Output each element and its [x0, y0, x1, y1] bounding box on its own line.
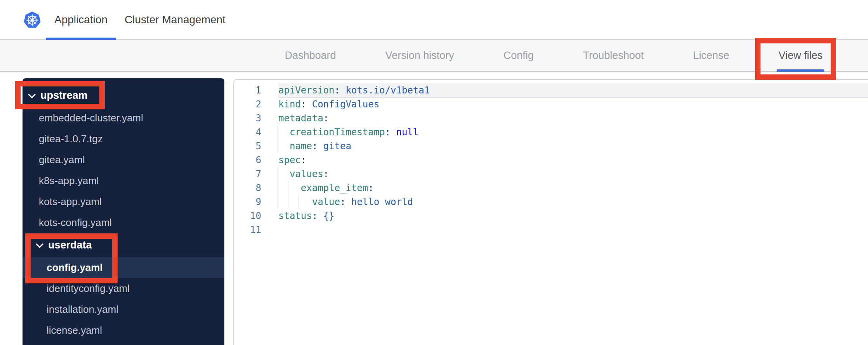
code-token: kind [278, 99, 301, 110]
code-token: : [323, 169, 329, 179]
secondary-nav: DashboardVersion historyConfigTroublesho… [0, 40, 868, 72]
indent-guide [288, 195, 288, 209]
indent-guide [278, 125, 278, 139]
line-number-6: 6 [234, 153, 261, 167]
code-line-10: status: {} [278, 209, 868, 223]
tree-item-label: license.yaml [47, 324, 102, 336]
tree-item-label: userdata [48, 239, 92, 251]
line-number-11: 11 [234, 223, 261, 237]
code-token: values [290, 169, 323, 179]
code-token [278, 141, 290, 152]
code-token: : [301, 155, 306, 166]
indent-guide [288, 181, 288, 195]
code-token: : [385, 127, 396, 138]
tree-file-k8s-app.yaml[interactable]: k8s-app.yaml [23, 170, 224, 191]
nav-tab-dashboard[interactable]: Dashboard [283, 40, 338, 71]
code-line-9: value: hello world [278, 195, 868, 209]
nav-tab-config[interactable]: Config [502, 40, 535, 71]
tree-item-label: installation.yaml [47, 304, 118, 316]
code-token: : [312, 141, 323, 152]
code-token: {} [323, 210, 335, 221]
code-line-3: metadata: [278, 111, 868, 125]
tree-item-label: upstream [40, 90, 88, 102]
code-token: apiVersion [278, 85, 335, 96]
code-token [278, 127, 290, 138]
line-number-1: 1 [234, 83, 261, 97]
code-line-1: apiVersion: kots.io/v1beta1 [278, 83, 868, 97]
tree-file-gitea-1.0.7.tgz[interactable]: gitea-1.0.7.tgz [23, 128, 224, 149]
tree-file-config.yaml[interactable]: config.yaml [23, 257, 224, 278]
code-token [278, 197, 312, 207]
code-token: kots.io/v1beta1 [345, 85, 430, 96]
code-token: example_item [301, 183, 368, 193]
tree-item-label: embedded-cluster.yaml [39, 112, 143, 124]
tree-file-kots-app.yaml[interactable]: kots-app.yaml [23, 191, 224, 212]
tree-item-label: config.yaml [47, 262, 102, 274]
code-token: : [340, 197, 351, 207]
code-token: : [368, 183, 373, 193]
code-token: ConfigValues [312, 99, 379, 110]
line-number-3: 3 [234, 111, 261, 125]
code-line-4: creationTimestamp: null [278, 125, 868, 139]
code-line-2: kind: ConfigValues [278, 97, 868, 111]
indent-guide [278, 181, 278, 195]
code-token: null [396, 127, 418, 138]
indent-guide [278, 167, 278, 181]
code-token [278, 183, 301, 193]
line-number-8: 8 [234, 181, 261, 195]
tree-file-installation.yaml[interactable]: installation.yaml [23, 299, 224, 320]
tree-item-label: kots-app.yaml [39, 196, 102, 208]
editor-code: apiVersion: kots.io/v1beta1kind: ConfigV… [261, 80, 868, 345]
indent-guide [299, 195, 299, 209]
code-token: spec [278, 155, 301, 166]
nav-tab-version-history[interactable]: Version history [384, 40, 456, 71]
code-line-11 [278, 223, 868, 237]
nav-tab-license[interactable]: License [691, 40, 731, 71]
indent-guide [278, 139, 278, 153]
code-line-5: name: gitea [278, 139, 868, 153]
line-number-7: 7 [234, 167, 261, 181]
code-line-7: values: [278, 167, 868, 181]
tree-item-label: kots-config.yaml [39, 217, 112, 229]
tree-file-license.yaml[interactable]: license.yaml [23, 320, 224, 341]
line-number-10: 10 [234, 209, 261, 223]
line-number-9: 9 [234, 195, 261, 209]
tree-folder-userdata[interactable]: userdata [23, 233, 224, 257]
tree-file-embedded-cluster.yaml[interactable]: embedded-cluster.yaml [23, 107, 224, 128]
tree-file-kots-config.yaml[interactable]: kots-config.yaml [23, 212, 224, 233]
tree-item-label: gitea.yaml [39, 154, 85, 166]
primary-tabs: ApplicationCluster Management [46, 0, 234, 39]
chevron-down-icon [36, 240, 43, 248]
tree-folder-upstream[interactable]: upstream [23, 83, 224, 107]
tree-item-label: identityconfig.yaml [47, 283, 130, 295]
tab-application[interactable]: Application [46, 0, 116, 39]
code-editor[interactable]: 1234567891011 apiVersion: kots.io/v1beta… [233, 79, 868, 345]
tree-item-label: k8s-app.yaml [39, 175, 99, 187]
secondary-nav-tabs: DashboardVersion historyConfigTroublesho… [283, 40, 824, 71]
code-token: hello world [351, 197, 413, 207]
app-header: ApplicationCluster Management [0, 0, 868, 40]
tree-file-gitea.yaml[interactable]: gitea.yaml [23, 149, 224, 170]
chevron-down-icon [28, 91, 36, 98]
code-token: gitea [323, 141, 351, 152]
code-line-8: example_item: [278, 181, 868, 195]
nav-tab-troubleshoot[interactable]: Troubleshoot [582, 40, 646, 71]
code-token: : [323, 113, 329, 124]
code-token: : [335, 85, 346, 96]
indent-guide [278, 195, 278, 209]
code-token: creationTimestamp [290, 127, 385, 138]
tab-cluster-management[interactable]: Cluster Management [116, 0, 234, 39]
line-number-4: 4 [234, 125, 261, 139]
line-number-2: 2 [234, 97, 261, 111]
code-token: : [301, 99, 312, 110]
tree-file-identityconfig.yaml[interactable]: identityconfig.yaml [23, 278, 224, 299]
code-line-6: spec: [278, 153, 868, 167]
tree-item-label: gitea-1.0.7.tgz [39, 133, 103, 145]
code-token: : [312, 210, 323, 221]
kubernetes-logo [23, 10, 41, 29]
code-token: value [312, 197, 340, 207]
file-tree-sidebar: upstreamembedded-cluster.yamlgitea-1.0.7… [23, 78, 224, 345]
code-token: status [278, 210, 312, 221]
nav-tab-view-files[interactable]: View files [777, 40, 824, 71]
code-token: metadata [278, 113, 323, 124]
